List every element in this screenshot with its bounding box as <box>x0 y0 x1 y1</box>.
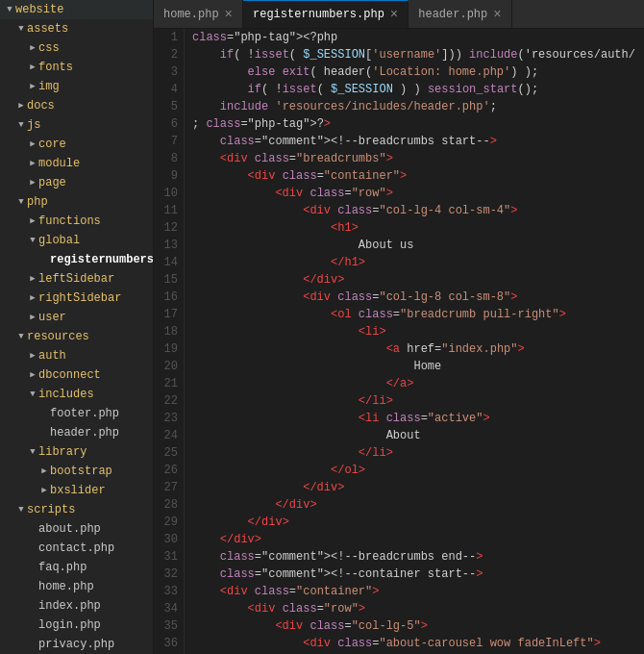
tree-label-dbconnect: dbconnect <box>38 366 101 384</box>
code-line-31: </ol> <box>192 462 636 479</box>
tree-item-assets[interactable]: assets <box>0 19 153 38</box>
tree-label-login.php: login.php <box>38 616 101 634</box>
tab-registernumbers-php[interactable]: registernumbers.php× <box>243 0 409 28</box>
line-number-27: 27 <box>158 479 178 496</box>
tree-item-login.php[interactable]: login.php <box>0 616 153 635</box>
code-line-27: </li> <box>192 392 636 410</box>
tree-item-faq.php[interactable]: faq.php <box>0 558 153 577</box>
code-line-29: About <box>192 427 636 444</box>
tree-item-css[interactable]: css <box>0 38 153 58</box>
code-line-15: <div class="row"> <box>192 185 636 202</box>
line-numbers: 1234567891011121314151617181920212223242… <box>154 29 185 654</box>
line-number-19: 19 <box>158 340 178 358</box>
line-number-30: 30 <box>158 531 178 548</box>
line-number-12: 12 <box>158 219 178 237</box>
code-line-18: About us <box>192 237 636 254</box>
line-number-10: 10 <box>158 185 178 202</box>
code-line-32: </div> <box>192 479 636 496</box>
tree-label-bootstrap: bootstrap <box>50 463 112 480</box>
tree-item-home.php-file[interactable]: home.php <box>0 577 153 596</box>
tree-item-user[interactable]: user <box>0 308 153 327</box>
tab-close-home-php[interactable]: × <box>225 8 233 21</box>
tree-label-library: library <box>38 443 87 461</box>
tree-arrow-user <box>27 309 38 326</box>
tree-item-contact.php[interactable]: contact.php <box>0 539 153 558</box>
file-tree: websiteassetscssfontsimgdocsjscoremodule… <box>0 0 154 654</box>
code-line-8: include 'resources/includes/header.php'; <box>192 98 636 115</box>
tree-item-resources[interactable]: resources <box>0 327 153 346</box>
tree-item-index.php[interactable]: index.php <box>0 596 153 616</box>
tree-item-includes[interactable]: includes <box>0 385 153 404</box>
tab-label-home-php: home.php <box>163 8 219 21</box>
line-number-6: 6 <box>158 115 178 133</box>
tree-item-js[interactable]: js <box>0 115 153 135</box>
line-number-17: 17 <box>158 306 178 323</box>
tree-item-page[interactable]: page <box>0 173 153 192</box>
line-number-18: 18 <box>158 323 178 340</box>
tree-arrow-leftSidebar <box>27 270 38 288</box>
tab-header-php[interactable]: header.php× <box>409 0 511 28</box>
tree-label-index.php: index.php <box>38 597 101 615</box>
line-number-29: 29 <box>158 514 178 531</box>
code-line-13: <div class="breadcrumbs"> <box>192 150 636 167</box>
line-number-24: 24 <box>158 427 178 444</box>
tree-item-global[interactable]: global <box>0 231 153 250</box>
tree-label-global: global <box>38 232 80 249</box>
code-line-14: <div class="container"> <box>192 167 636 185</box>
tab-home-php[interactable]: home.php× <box>154 0 243 28</box>
tree-label-bxslider: bxslider <box>50 482 106 499</box>
tab-bar: home.php×registernumbers.php×header.php× <box>154 0 644 29</box>
tree-item-img[interactable]: img <box>0 77 153 96</box>
tab-close-registernumbers-php[interactable]: × <box>390 8 398 21</box>
tree-item-core[interactable]: core <box>0 135 153 154</box>
editor-area: home.php×registernumbers.php×header.php×… <box>154 0 644 654</box>
code-line-19: </h1> <box>192 254 636 271</box>
tree-label-about.php: about.php <box>38 520 101 538</box>
tree-label-page: page <box>38 174 66 191</box>
tree-item-library[interactable]: library <box>0 442 153 462</box>
tree-arrow-bxslider <box>38 482 50 499</box>
code-line-36: class="comment"><!--breadcrumbs end--> <box>192 548 636 566</box>
tree-item-auth[interactable]: auth <box>0 346 153 365</box>
code-line-22: <ol class="breadcrumb pull-right"> <box>192 306 636 323</box>
tree-item-docs[interactable]: docs <box>0 96 153 115</box>
tree-label-core: core <box>38 136 66 153</box>
code-line-40: <div class="row"> <box>192 600 636 617</box>
tree-item-website[interactable]: website <box>0 0 153 19</box>
line-number-14: 14 <box>158 254 178 271</box>
tree-item-header.php-file[interactable]: header.php <box>0 423 153 442</box>
tree-label-footer.php: footer.php <box>50 405 119 422</box>
tree-label-user: user <box>38 309 66 326</box>
tree-label-docs: docs <box>27 97 55 114</box>
code-line-38: class="comment"><!--container start--> <box>192 566 636 583</box>
tree-label-registernumbers: registernumbers.php <box>50 251 154 268</box>
tree-label-auth: auth <box>38 347 66 365</box>
tree-arrow-rightSidebar <box>27 289 38 307</box>
tree-arrow-bootstrap <box>38 463 50 480</box>
line-number-22: 22 <box>158 392 178 410</box>
tree-item-rightSidebar[interactable]: rightSidebar <box>0 289 153 308</box>
tree-item-registernumbers[interactable]: registernumbers.php <box>0 250 153 269</box>
line-number-2: 2 <box>158 46 178 63</box>
tree-item-footer.php[interactable]: footer.php <box>0 404 153 423</box>
tree-item-module[interactable]: module <box>0 154 153 173</box>
tree-item-bootstrap[interactable]: bootstrap <box>0 462 153 481</box>
tree-item-fonts[interactable]: fonts <box>0 58 153 77</box>
line-number-3: 3 <box>158 63 178 81</box>
line-number-13: 13 <box>158 237 178 254</box>
tab-label-header-php: header.php <box>418 8 487 21</box>
tree-item-php[interactable]: php <box>0 192 153 212</box>
tree-item-leftSidebar[interactable]: leftSidebar <box>0 269 153 289</box>
tree-item-dbconnect[interactable]: dbconnect <box>0 365 153 385</box>
tree-item-about.php[interactable]: about.php <box>0 519 153 539</box>
tree-label-functions: functions <box>38 213 101 230</box>
tree-item-scripts[interactable]: scripts <box>0 500 153 519</box>
code-line-28: <li class="active"> <box>192 410 636 427</box>
code-line-9: ; class="php-tag">?> <box>192 115 636 133</box>
tab-label-registernumbers-php: registernumbers.php <box>253 8 384 21</box>
tree-item-functions[interactable]: functions <box>0 212 153 231</box>
line-number-20: 20 <box>158 358 178 375</box>
tree-item-privacy.php[interactable]: privacy.php <box>0 635 153 654</box>
tree-item-bxslider[interactable]: bxslider <box>0 481 153 500</box>
tab-close-header-php[interactable]: × <box>493 8 501 21</box>
